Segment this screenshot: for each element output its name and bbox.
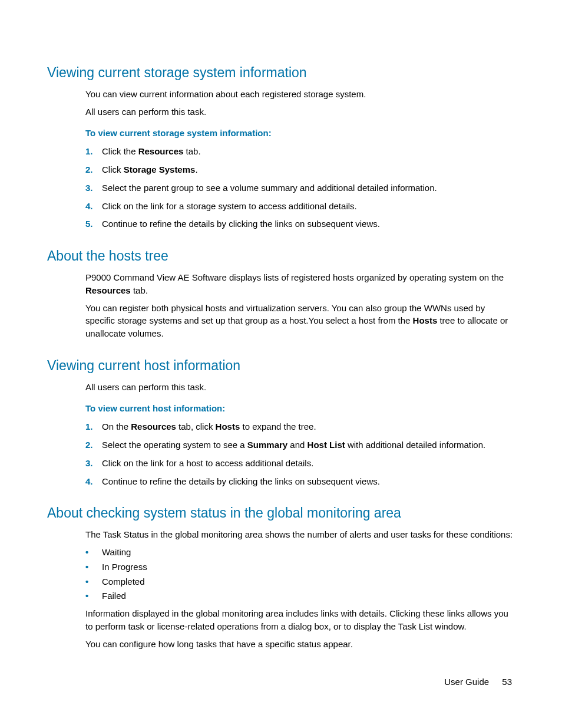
list-item: 3.Click on the link for a host to access… — [85, 457, 515, 470]
body-text: P9000 Command View AE Software displays … — [85, 271, 515, 297]
list-text: In Progress — [102, 561, 147, 574]
list-item: •Completed — [85, 575, 515, 588]
list-text: Select the parent group to see a volume … — [102, 182, 437, 195]
text-run: tab. — [131, 285, 148, 295]
bullet-list: •Waiting•In Progress•Completed•Failed — [85, 546, 515, 602]
list-item: 4.Continue to refine the details by clic… — [85, 475, 515, 488]
bold-text: Resources — [131, 421, 176, 431]
list-number: 4. — [85, 475, 102, 488]
body-text: All users can perform this task. — [85, 106, 515, 118]
list-item: 4.Click on the link for a storage system… — [85, 200, 515, 213]
heading-viewing-storage: Viewing current storage system informati… — [47, 65, 515, 81]
list-text: Continue to refine the details by clicki… — [102, 218, 380, 230]
list-number: 3. — [85, 457, 102, 470]
list-text: Click on the link for a storage system t… — [102, 200, 357, 213]
section1-content: You can view current information about e… — [85, 88, 515, 230]
numbered-list: 1.Click the Resources tab.2.Click Storag… — [85, 145, 515, 230]
body-text: Information displayed in the global moni… — [85, 607, 515, 633]
document-page: Viewing current storage system informati… — [0, 0, 562, 728]
list-number: 1. — [85, 145, 102, 158]
list-item: 3.Select the parent group to see a volum… — [85, 182, 515, 195]
list-item: 2.Select the operating system to see a S… — [85, 439, 515, 452]
list-number: 3. — [85, 182, 102, 195]
list-text: Waiting — [102, 546, 131, 559]
section4-content: The Task Status in the global monitoring… — [85, 528, 515, 650]
numbered-list: 1.On the Resources tab, click Hosts to e… — [85, 420, 515, 487]
heading-viewing-host: Viewing current host information — [47, 358, 515, 374]
page-number: 53 — [502, 677, 512, 687]
list-text: Failed — [102, 589, 126, 602]
list-text: Click Storage Systems. — [102, 163, 198, 176]
list-number: 5. — [85, 218, 102, 230]
list-text: Select the operating system to see a Sum… — [102, 439, 485, 452]
list-number: 1. — [85, 420, 102, 433]
body-text: All users can perform this task. — [85, 381, 515, 394]
list-item: 1.Click the Resources tab. — [85, 145, 515, 158]
bullet-icon: • — [85, 575, 102, 588]
footer-label: User Guide — [444, 677, 489, 687]
list-text: On the Resources tab, click Hosts to exp… — [102, 420, 316, 433]
heading-hosts-tree: About the hosts tree — [47, 248, 515, 264]
bold-text: Hosts — [413, 315, 438, 325]
list-text: Continue to refine the details by clicki… — [102, 475, 380, 488]
section3-content: All users can perform this task. To view… — [85, 381, 515, 488]
list-item: •Waiting — [85, 546, 515, 559]
heading-global-monitoring: About checking system status in the glob… — [47, 505, 515, 521]
list-item: 5.Continue to refine the details by clic… — [85, 218, 515, 230]
list-number: 2. — [85, 163, 102, 176]
text-run: P9000 Command View AE Software displays … — [85, 272, 504, 282]
bold-text: Resources — [85, 285, 131, 295]
bold-text: Hosts — [216, 421, 240, 431]
body-text: You can view current information about e… — [85, 88, 515, 101]
body-text: You can configure how long tasks that ha… — [85, 638, 515, 651]
list-item: •Failed — [85, 589, 515, 602]
procedure-heading: To view current host information: — [85, 402, 515, 415]
list-item: 2.Click Storage Systems. — [85, 163, 515, 176]
list-number: 2. — [85, 439, 102, 452]
bullet-icon: • — [85, 546, 102, 559]
section2-content: P9000 Command View AE Software displays … — [85, 271, 515, 340]
procedure-heading: To view current storage system informati… — [85, 127, 515, 140]
bullet-icon: • — [85, 589, 102, 602]
bold-text: Resources — [138, 146, 184, 156]
bold-text: Storage Systems — [124, 164, 196, 174]
list-number: 4. — [85, 200, 102, 213]
list-text: Completed — [102, 575, 145, 588]
list-item: 1.On the Resources tab, click Hosts to e… — [85, 420, 515, 433]
list-text: Click the Resources tab. — [102, 145, 201, 158]
list-item: •In Progress — [85, 561, 515, 574]
page-footer: User Guide 53 — [444, 677, 512, 687]
bold-text: Host List — [308, 440, 345, 450]
body-text: You can register both physical hosts and… — [85, 302, 515, 340]
body-text: The Task Status in the global monitoring… — [85, 528, 515, 541]
bullet-icon: • — [85, 561, 102, 574]
list-text: Click on the link for a host to access a… — [102, 457, 313, 470]
bold-text: Summary — [247, 440, 287, 450]
